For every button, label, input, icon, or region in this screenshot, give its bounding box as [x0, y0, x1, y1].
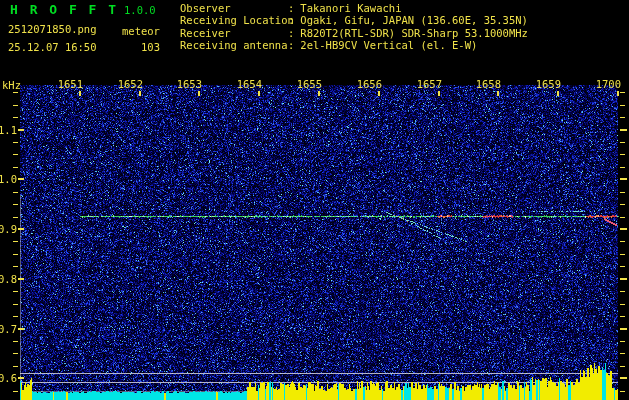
info-row-observer: Observer:Takanori Kawachi — [180, 2, 528, 14]
hrofft-window: H R O F F T 1.0.0 2512071850.png meteor … — [0, 0, 629, 400]
info-row-antenna: Receiving antenna:2el-HB9CV Vertical (el… — [180, 39, 528, 51]
app-title: H R O F F T — [10, 2, 118, 17]
info-row-receiver: Receiver:R820T2(RTL-SDR) SDR-Sharp 53.10… — [180, 27, 528, 39]
echo-count: 103 — [118, 41, 160, 53]
station-info: Observer:Takanori Kawachi Receiving Loca… — [180, 2, 528, 51]
app-version: 1.0.0 — [124, 4, 156, 16]
datetime-label: 25.12.07 16:50 — [8, 41, 97, 53]
spectrogram-canvas — [0, 0, 629, 400]
info-value: Takanori Kawachi — [294, 2, 401, 14]
info-row-location: Receiving Location:Ogaki, Gifu, JAPAN (1… — [180, 14, 528, 26]
info-label: Receiver — [180, 27, 288, 39]
info-label: Receiving antenna — [180, 39, 288, 51]
info-label: Observer — [180, 2, 288, 14]
info-value: R820T2(RTL-SDR) SDR-Sharp 53.1000MHz — [294, 27, 528, 39]
info-label: Receiving Location — [180, 14, 288, 26]
info-value: 2el-HB9CV Vertical (el. E-W) — [294, 39, 477, 51]
info-value: Ogaki, Gifu, JAPAN (136.60E, 35.35N) — [294, 14, 528, 26]
mode-label: meteor — [122, 25, 160, 37]
output-filename: 2512071850.png — [8, 23, 97, 35]
